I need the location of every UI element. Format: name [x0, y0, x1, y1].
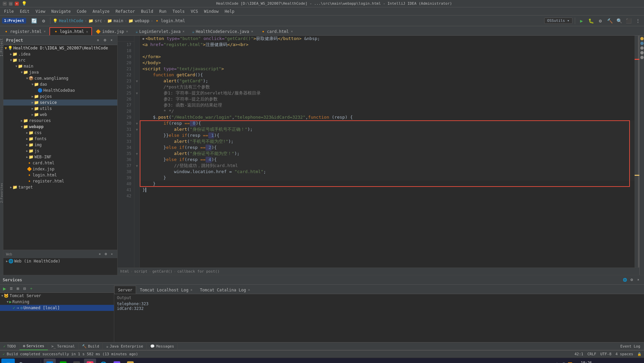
menu-file[interactable]: File: [1, 8, 16, 14]
tab-close-login[interactable]: ×: [86, 30, 88, 34]
tab-register-html[interactable]: 🔸 register.html ×: [0, 27, 49, 35]
services-add-button[interactable]: +: [28, 286, 34, 292]
services-settings-button[interactable]: ⚙: [629, 277, 635, 283]
tab-card-html[interactable]: 🔸 card.html ×: [257, 27, 297, 35]
tree-root[interactable]: ▼ 💡 HealthCode D:\IDEA_WS_202007\HealthC…: [3, 45, 117, 51]
tab-healthcodeservice[interactable]: ☕ HealthCodeService.java ×: [188, 27, 257, 35]
structure-expand-button[interactable]: ≡: [97, 251, 102, 257]
services-globe-button[interactable]: 🌐: [622, 277, 628, 283]
tab-close-localhost[interactable]: ×: [190, 288, 192, 292]
minimize-button[interactable]: ─: [3, 2, 7, 6]
tree-css[interactable]: ▶ 📁 css: [3, 130, 117, 136]
fold-17[interactable]: [134, 42, 139, 48]
fold-25[interactable]: ▼: [134, 90, 139, 96]
sync-button[interactable]: 🔄: [30, 17, 38, 25]
tree-register-html[interactable]: 🔸 register.html: [3, 178, 117, 184]
taskbar-chrome-button[interactable]: 🌐: [97, 359, 110, 363]
tab-close-catalina[interactable]: ×: [248, 288, 250, 292]
tab-close-loginservlet[interactable]: ×: [182, 30, 184, 33]
right-scrollbar[interactable]: [635, 36, 639, 268]
services-tab-localhost-log[interactable]: Tomcat Localhost Log ×: [136, 286, 196, 294]
scrollbar-thumb[interactable]: [638, 36, 639, 268]
run-config-button[interactable]: ⚙: [596, 17, 604, 25]
ossutils-dropdown[interactable]: OSSutils ▾: [544, 17, 572, 24]
tree-idea[interactable]: ▶ 📁 .idea: [3, 51, 117, 57]
taskbar-ie-button[interactable]: e: [57, 359, 69, 363]
bottom-tab-java-enterprise[interactable]: ☕ Java Enterprise: [103, 342, 147, 350]
tree-webapp[interactable]: ▼ 📁 webapp: [3, 124, 117, 130]
more-button[interactable]: ⋮: [634, 17, 642, 25]
tree-img[interactable]: ▶ 📁 img: [3, 142, 117, 148]
menu-build[interactable]: Build: [138, 8, 156, 14]
bottom-tab-terminal[interactable]: >_ Terminal: [48, 342, 79, 350]
services-tree-running[interactable]: ▼ ▶ Running: [0, 299, 114, 305]
tree-resources[interactable]: ▶ 📁 resources: [3, 118, 117, 124]
run-button[interactable]: ▶: [577, 17, 586, 25]
services-list-button[interactable]: ☰: [8, 286, 14, 292]
tree-fonts[interactable]: ▶ 📁 fonts: [3, 136, 117, 142]
tree-dao[interactable]: ▼ 📁 dao: [3, 81, 117, 87]
services-group-button[interactable]: ⊟: [22, 286, 28, 292]
services-tab-server[interactable]: Server: [114, 286, 136, 294]
tree-package[interactable]: ▼ 📦 com.wanglianng: [3, 75, 117, 81]
services-tree-tomcat[interactable]: ▼ 🐱 Tomcat Server: [0, 293, 114, 299]
tree-utils[interactable]: ▶ 📁 utils: [3, 106, 117, 112]
taskbar-purple-button[interactable]: P: [111, 359, 123, 363]
menu-tools[interactable]: Tools: [170, 8, 187, 14]
maximize-button[interactable]: □: [9, 2, 13, 6]
stop-button[interactable]: ⬛: [625, 17, 633, 25]
services-close-button[interactable]: ×: [635, 277, 641, 283]
taskbar-files-button[interactable]: 📁: [124, 359, 136, 363]
title-bar-controls[interactable]: ─ □ ×: [3, 2, 19, 6]
tab-close-index[interactable]: ×: [126, 30, 128, 33]
project-tab-label[interactable]: 1:Project: [0, 38, 3, 56]
menu-analyze[interactable]: Analyze: [90, 8, 112, 14]
fold-23[interactable]: ▼: [134, 78, 139, 84]
tab-close-healthcodeservice[interactable]: ×: [251, 30, 253, 33]
settings-button[interactable]: ⚙: [40, 17, 48, 25]
taskbar-intellij-button[interactable]: 💡: [84, 359, 96, 363]
task-view-button[interactable]: ⊞: [29, 359, 38, 363]
menu-code[interactable]: Code: [74, 8, 89, 14]
tree-service[interactable]: ▶ 📁 service: [3, 99, 117, 106]
tree-card-html[interactable]: 🔸 card.html: [3, 160, 117, 166]
tree-target[interactable]: ▶ 📁 target: [3, 184, 117, 190]
tree-web[interactable]: ▶ 📁 web: [3, 112, 117, 118]
project-label[interactable]: 1:Project: [2, 18, 26, 24]
menu-edit[interactable]: Edit: [17, 8, 32, 14]
services-filter-button[interactable]: ⊞: [15, 286, 21, 292]
sidebar-expand-button[interactable]: ≡: [95, 37, 101, 43]
search-button[interactable]: 🔍: [615, 17, 623, 25]
sidebar-settings-button[interactable]: ⚙: [102, 37, 108, 43]
tree-pojos[interactable]: ▶ 📁 pojos: [3, 93, 117, 99]
tree-healthcodedao[interactable]: 🔵 HealthCodeDao: [3, 87, 117, 93]
tab-close-card[interactable]: ×: [291, 30, 293, 33]
fold-35[interactable]: ▼: [134, 151, 139, 157]
windows-start-button[interactable]: ⊞: [1, 359, 15, 363]
menu-run[interactable]: Run: [157, 8, 169, 14]
menu-navigate[interactable]: Navigate: [49, 8, 74, 14]
tree-web-in-health[interactable]: ▶ 🌐 Web (in HealthCode): [3, 258, 117, 264]
tab-loginservlet[interactable]: ☕ LoginServlet.java ×: [132, 27, 188, 35]
tree-main[interactable]: ▼ 📁 main: [3, 63, 117, 69]
tab-login-html[interactable]: 🔸 login.html ×: [49, 27, 92, 35]
menu-refactor[interactable]: Refactor: [113, 8, 138, 14]
fold-31[interactable]: ▼: [134, 126, 139, 132]
bottom-tab-event-log[interactable]: Event Log: [617, 342, 644, 350]
bottom-tab-messages[interactable]: 💬 Messages: [147, 342, 178, 350]
search-taskbar-button[interactable]: 🔍: [16, 359, 27, 363]
menu-vcs[interactable]: VCS: [188, 8, 201, 14]
taskbar-news-button[interactable]: N: [71, 359, 83, 363]
tree-java[interactable]: ▼ 📁 java: [3, 69, 117, 75]
tree-login-html[interactable]: 🔸 login.html: [3, 172, 117, 178]
bottom-tab-services[interactable]: ⚙ Services: [19, 342, 48, 350]
tab-close-register[interactable]: ×: [44, 30, 46, 33]
services-tree-unnamed[interactable]: ✓ → ⚙ Unnamed [local]: [0, 305, 114, 311]
menu-help[interactable]: Help: [222, 8, 237, 14]
tree-src[interactable]: ▼ 📁 src: [3, 57, 117, 63]
tree-js[interactable]: ▶ 📁 js: [3, 148, 117, 154]
bottom-tab-todo[interactable]: ✓ TODO: [0, 342, 19, 350]
services-tab-catalina-log[interactable]: Tomcat Catalina Log ×: [196, 286, 254, 294]
tree-webinf[interactable]: ▶ 📁 WEB-INF: [3, 154, 117, 160]
tree-index-jsp[interactable]: 🔶 index.jsp: [3, 166, 117, 172]
